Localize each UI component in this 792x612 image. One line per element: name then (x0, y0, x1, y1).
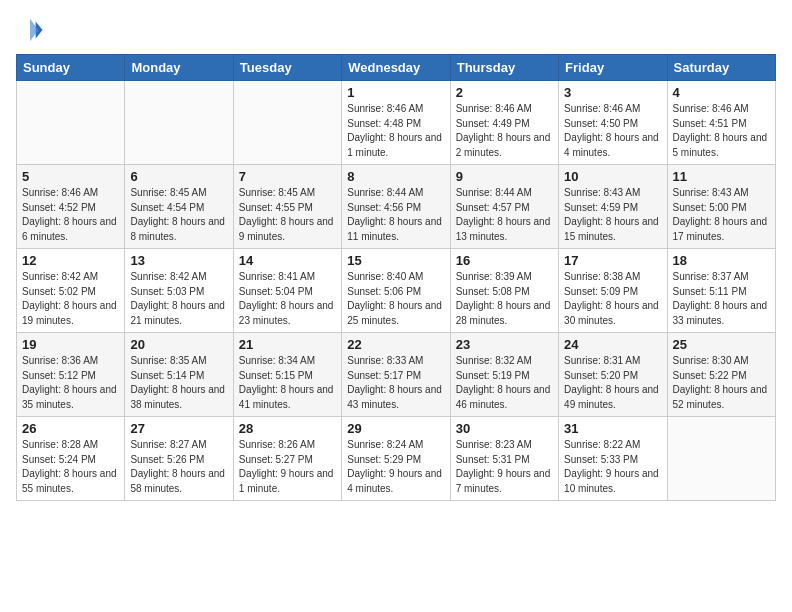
calendar-cell (233, 81, 341, 165)
calendar-week-row: 1Sunrise: 8:46 AM Sunset: 4:48 PM Daylig… (17, 81, 776, 165)
day-info: Sunrise: 8:22 AM Sunset: 5:33 PM Dayligh… (564, 438, 661, 496)
day-number: 4 (673, 85, 770, 100)
calendar-cell: 23Sunrise: 8:32 AM Sunset: 5:19 PM Dayli… (450, 333, 558, 417)
calendar-cell (125, 81, 233, 165)
day-info: Sunrise: 8:46 AM Sunset: 4:50 PM Dayligh… (564, 102, 661, 160)
day-info: Sunrise: 8:34 AM Sunset: 5:15 PM Dayligh… (239, 354, 336, 412)
day-number: 22 (347, 337, 444, 352)
calendar-cell: 3Sunrise: 8:46 AM Sunset: 4:50 PM Daylig… (559, 81, 667, 165)
day-info: Sunrise: 8:24 AM Sunset: 5:29 PM Dayligh… (347, 438, 444, 496)
day-info: Sunrise: 8:40 AM Sunset: 5:06 PM Dayligh… (347, 270, 444, 328)
day-number: 10 (564, 169, 661, 184)
calendar-cell: 4Sunrise: 8:46 AM Sunset: 4:51 PM Daylig… (667, 81, 775, 165)
day-info: Sunrise: 8:39 AM Sunset: 5:08 PM Dayligh… (456, 270, 553, 328)
calendar-cell: 12Sunrise: 8:42 AM Sunset: 5:02 PM Dayli… (17, 249, 125, 333)
day-number: 6 (130, 169, 227, 184)
day-info: Sunrise: 8:45 AM Sunset: 4:54 PM Dayligh… (130, 186, 227, 244)
calendar-cell: 5Sunrise: 8:46 AM Sunset: 4:52 PM Daylig… (17, 165, 125, 249)
calendar-cell: 10Sunrise: 8:43 AM Sunset: 4:59 PM Dayli… (559, 165, 667, 249)
day-number: 29 (347, 421, 444, 436)
page-header (16, 16, 776, 44)
day-number: 3 (564, 85, 661, 100)
calendar-week-row: 5Sunrise: 8:46 AM Sunset: 4:52 PM Daylig… (17, 165, 776, 249)
day-info: Sunrise: 8:26 AM Sunset: 5:27 PM Dayligh… (239, 438, 336, 496)
calendar-cell: 25Sunrise: 8:30 AM Sunset: 5:22 PM Dayli… (667, 333, 775, 417)
calendar-cell: 18Sunrise: 8:37 AM Sunset: 5:11 PM Dayli… (667, 249, 775, 333)
calendar-cell: 6Sunrise: 8:45 AM Sunset: 4:54 PM Daylig… (125, 165, 233, 249)
day-info: Sunrise: 8:36 AM Sunset: 5:12 PM Dayligh… (22, 354, 119, 412)
day-number: 27 (130, 421, 227, 436)
day-info: Sunrise: 8:46 AM Sunset: 4:51 PM Dayligh… (673, 102, 770, 160)
day-number: 25 (673, 337, 770, 352)
day-number: 7 (239, 169, 336, 184)
day-number: 11 (673, 169, 770, 184)
calendar-cell: 27Sunrise: 8:27 AM Sunset: 5:26 PM Dayli… (125, 417, 233, 501)
day-number: 21 (239, 337, 336, 352)
day-info: Sunrise: 8:46 AM Sunset: 4:52 PM Dayligh… (22, 186, 119, 244)
day-info: Sunrise: 8:44 AM Sunset: 4:56 PM Dayligh… (347, 186, 444, 244)
day-info: Sunrise: 8:27 AM Sunset: 5:26 PM Dayligh… (130, 438, 227, 496)
weekday-header: Thursday (450, 55, 558, 81)
day-info: Sunrise: 8:31 AM Sunset: 5:20 PM Dayligh… (564, 354, 661, 412)
calendar: SundayMondayTuesdayWednesdayThursdayFrid… (16, 54, 776, 501)
day-info: Sunrise: 8:46 AM Sunset: 4:48 PM Dayligh… (347, 102, 444, 160)
day-number: 2 (456, 85, 553, 100)
calendar-cell: 8Sunrise: 8:44 AM Sunset: 4:56 PM Daylig… (342, 165, 450, 249)
day-info: Sunrise: 8:42 AM Sunset: 5:03 PM Dayligh… (130, 270, 227, 328)
day-info: Sunrise: 8:33 AM Sunset: 5:17 PM Dayligh… (347, 354, 444, 412)
day-info: Sunrise: 8:23 AM Sunset: 5:31 PM Dayligh… (456, 438, 553, 496)
day-number: 23 (456, 337, 553, 352)
day-number: 19 (22, 337, 119, 352)
calendar-cell: 14Sunrise: 8:41 AM Sunset: 5:04 PM Dayli… (233, 249, 341, 333)
weekday-header: Friday (559, 55, 667, 81)
day-number: 15 (347, 253, 444, 268)
day-number: 24 (564, 337, 661, 352)
day-number: 31 (564, 421, 661, 436)
weekday-header: Wednesday (342, 55, 450, 81)
day-info: Sunrise: 8:28 AM Sunset: 5:24 PM Dayligh… (22, 438, 119, 496)
calendar-cell: 24Sunrise: 8:31 AM Sunset: 5:20 PM Dayli… (559, 333, 667, 417)
day-info: Sunrise: 8:46 AM Sunset: 4:49 PM Dayligh… (456, 102, 553, 160)
calendar-cell: 16Sunrise: 8:39 AM Sunset: 5:08 PM Dayli… (450, 249, 558, 333)
calendar-cell: 1Sunrise: 8:46 AM Sunset: 4:48 PM Daylig… (342, 81, 450, 165)
day-number: 1 (347, 85, 444, 100)
calendar-cell: 21Sunrise: 8:34 AM Sunset: 5:15 PM Dayli… (233, 333, 341, 417)
day-info: Sunrise: 8:44 AM Sunset: 4:57 PM Dayligh… (456, 186, 553, 244)
day-number: 9 (456, 169, 553, 184)
day-number: 26 (22, 421, 119, 436)
weekday-header: Saturday (667, 55, 775, 81)
calendar-cell: 2Sunrise: 8:46 AM Sunset: 4:49 PM Daylig… (450, 81, 558, 165)
calendar-cell: 19Sunrise: 8:36 AM Sunset: 5:12 PM Dayli… (17, 333, 125, 417)
calendar-cell (667, 417, 775, 501)
calendar-week-row: 26Sunrise: 8:28 AM Sunset: 5:24 PM Dayli… (17, 417, 776, 501)
calendar-cell: 13Sunrise: 8:42 AM Sunset: 5:03 PM Dayli… (125, 249, 233, 333)
day-number: 30 (456, 421, 553, 436)
calendar-cell: 7Sunrise: 8:45 AM Sunset: 4:55 PM Daylig… (233, 165, 341, 249)
day-info: Sunrise: 8:41 AM Sunset: 5:04 PM Dayligh… (239, 270, 336, 328)
day-info: Sunrise: 8:43 AM Sunset: 5:00 PM Dayligh… (673, 186, 770, 244)
day-info: Sunrise: 8:35 AM Sunset: 5:14 PM Dayligh… (130, 354, 227, 412)
weekday-header: Sunday (17, 55, 125, 81)
day-info: Sunrise: 8:43 AM Sunset: 4:59 PM Dayligh… (564, 186, 661, 244)
calendar-cell: 9Sunrise: 8:44 AM Sunset: 4:57 PM Daylig… (450, 165, 558, 249)
calendar-cell: 30Sunrise: 8:23 AM Sunset: 5:31 PM Dayli… (450, 417, 558, 501)
calendar-cell: 31Sunrise: 8:22 AM Sunset: 5:33 PM Dayli… (559, 417, 667, 501)
calendar-cell: 28Sunrise: 8:26 AM Sunset: 5:27 PM Dayli… (233, 417, 341, 501)
calendar-cell: 17Sunrise: 8:38 AM Sunset: 5:09 PM Dayli… (559, 249, 667, 333)
calendar-cell: 15Sunrise: 8:40 AM Sunset: 5:06 PM Dayli… (342, 249, 450, 333)
day-info: Sunrise: 8:30 AM Sunset: 5:22 PM Dayligh… (673, 354, 770, 412)
day-info: Sunrise: 8:42 AM Sunset: 5:02 PM Dayligh… (22, 270, 119, 328)
day-info: Sunrise: 8:38 AM Sunset: 5:09 PM Dayligh… (564, 270, 661, 328)
day-number: 20 (130, 337, 227, 352)
day-info: Sunrise: 8:45 AM Sunset: 4:55 PM Dayligh… (239, 186, 336, 244)
day-number: 8 (347, 169, 444, 184)
calendar-cell: 11Sunrise: 8:43 AM Sunset: 5:00 PM Dayli… (667, 165, 775, 249)
calendar-week-row: 19Sunrise: 8:36 AM Sunset: 5:12 PM Dayli… (17, 333, 776, 417)
calendar-header-row: SundayMondayTuesdayWednesdayThursdayFrid… (17, 55, 776, 81)
calendar-cell: 20Sunrise: 8:35 AM Sunset: 5:14 PM Dayli… (125, 333, 233, 417)
day-number: 28 (239, 421, 336, 436)
day-number: 13 (130, 253, 227, 268)
weekday-header: Monday (125, 55, 233, 81)
calendar-week-row: 12Sunrise: 8:42 AM Sunset: 5:02 PM Dayli… (17, 249, 776, 333)
calendar-cell: 26Sunrise: 8:28 AM Sunset: 5:24 PM Dayli… (17, 417, 125, 501)
